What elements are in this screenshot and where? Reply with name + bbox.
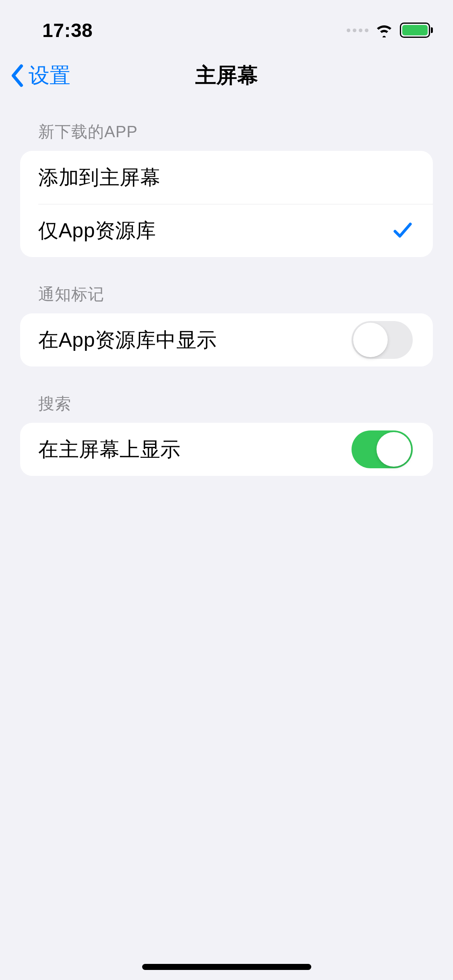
row-label: 在主屏幕上显示 — [38, 436, 181, 463]
row-label: 在App资源库中显示 — [38, 327, 217, 354]
page-title: 主屏幕 — [195, 62, 258, 90]
battery-icon — [400, 23, 433, 38]
toggle-show-in-app-library[interactable] — [352, 321, 413, 359]
section-badges: 通知标记 在App资源库中显示 — [0, 283, 453, 366]
option-label: 添加到主屏幕 — [38, 164, 160, 191]
status-indicators — [347, 23, 433, 38]
content: 新下载的APP 添加到主屏幕 仅App资源库 通知标记 在App资源库中显示 — [0, 103, 453, 476]
row-show-on-home: 在主屏幕上显示 — [20, 423, 433, 476]
wifi-icon — [374, 23, 394, 37]
section-new-apps: 新下载的APP 添加到主屏幕 仅App资源库 — [0, 121, 453, 257]
chevron-left-icon — [10, 64, 25, 88]
toggle-show-on-home[interactable] — [352, 430, 413, 468]
home-indicator[interactable] — [142, 964, 311, 970]
section-header-badges: 通知标记 — [0, 283, 453, 313]
option-label: 仅App资源库 — [38, 217, 156, 244]
section-search: 搜索 在主屏幕上显示 — [0, 393, 453, 476]
signal-dots-icon — [347, 29, 368, 32]
status-bar: 17:38 — [0, 0, 453, 48]
navigation-bar: 设置 主屏幕 — [0, 48, 453, 103]
group-badges: 在App资源库中显示 — [20, 313, 433, 366]
section-header-new-apps: 新下载的APP — [0, 121, 453, 151]
checkmark-icon — [393, 221, 413, 240]
group-search: 在主屏幕上显示 — [20, 423, 433, 476]
option-add-to-home[interactable]: 添加到主屏幕 — [20, 151, 433, 204]
status-time: 17:38 — [42, 19, 93, 41]
back-button[interactable]: 设置 — [10, 62, 70, 90]
back-label: 设置 — [29, 62, 70, 90]
row-show-in-app-library: 在App资源库中显示 — [20, 313, 433, 366]
group-new-apps: 添加到主屏幕 仅App资源库 — [20, 151, 433, 257]
section-header-search: 搜索 — [0, 393, 453, 423]
option-app-library-only[interactable]: 仅App资源库 — [20, 204, 433, 257]
